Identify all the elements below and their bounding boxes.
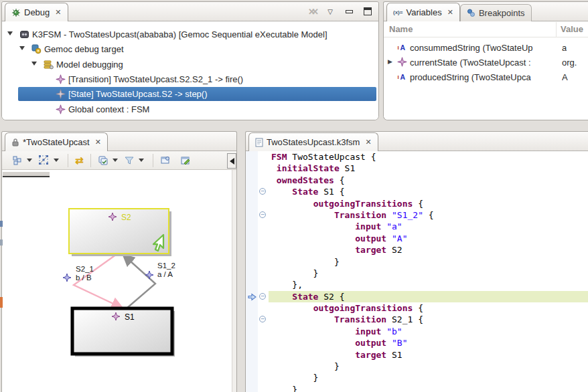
dropdown-caret-icon[interactable] [139,159,144,162]
fold-ruler[interactable] [258,151,269,163]
annotation-ruler[interactable] [246,337,258,349]
code-line[interactable]: } [246,361,588,372]
debug-tree-row[interactable]: Global context : FSM [2,102,378,117]
code-line[interactable]: target S2 [246,244,588,256]
filter-icon[interactable] [122,153,137,168]
annotation-ruler[interactable] [246,384,258,392]
annotation-ruler[interactable] [246,268,258,279]
code-area[interactable]: FSM TwoStateUpcast { initialState S1 own… [246,151,588,392]
annotation-ruler[interactable] [246,186,258,197]
dropdown-caret-icon[interactable] [54,159,59,162]
annotation-ruler[interactable] [246,163,258,174]
palette-strip[interactable] [232,170,236,392]
tab-variables[interactable]: (x)= Variables ✕ [386,3,460,21]
dropdown-caret-icon[interactable] [113,159,118,162]
code-line[interactable]: ownedStates { [246,175,588,186]
code-line[interactable]: − Transition "S1_2" { [246,209,588,221]
annotation-ruler[interactable] [246,372,258,383]
variable-row[interactable]: IAconsummedString (TwoStateUpa [384,41,588,56]
layers-icon[interactable] [96,153,111,168]
fold-ruler[interactable] [258,279,269,290]
fold-ruler[interactable]: − [258,186,269,197]
remove-all-terminated-icon[interactable]: ✕✕ [305,5,318,17]
fold-collapse-icon[interactable]: − [259,188,266,195]
close-icon[interactable]: ✕ [55,8,61,17]
code-line[interactable]: }, [246,279,588,290]
code-line[interactable]: output "B" [246,337,588,349]
code-line[interactable]: initialState S1 [246,163,588,174]
diagram-canvas[interactable]: S2_1b / BS1_2a / AS2S1 [2,170,236,392]
code-line[interactable]: input "b" [246,326,588,337]
annotation-ruler[interactable] [246,302,258,314]
fold-ruler[interactable] [258,349,269,361]
transition-S1_2[interactable]: S1_2a / A [123,254,175,308]
annotation-ruler[interactable] [246,349,258,361]
annotation-ruler[interactable] [246,221,258,232]
annotation-ruler[interactable] [246,279,258,290]
fold-ruler[interactable]: − [258,314,269,325]
annotation-ruler[interactable] [246,233,258,244]
fold-ruler[interactable] [258,198,269,209]
fsm-diagram[interactable]: S2_1b / BS1_2a / AS2S1 [2,170,232,392]
fold-ruler[interactable] [258,384,269,392]
code-line[interactable]: target S1 [246,349,588,361]
fold-ruler[interactable]: − [258,291,269,302]
close-icon[interactable]: ✕ [95,138,101,146]
fold-ruler[interactable] [258,244,269,256]
annotation-ruler[interactable] [246,151,258,163]
fold-ruler[interactable] [258,163,269,174]
annotation-ruler[interactable] [246,244,258,256]
annotation-ruler[interactable] [246,198,258,209]
annotation-ruler[interactable] [246,314,258,325]
expand-arrow-icon[interactable] [19,46,25,50]
snapshot-icon[interactable] [158,153,173,168]
fold-ruler[interactable] [258,233,269,244]
code-line[interactable]: } [246,268,588,279]
code-line[interactable]: } [246,384,588,392]
tab-twostateupcast-diagram[interactable]: *TwoStateUpcast ✕ [5,132,108,151]
fold-collapse-icon[interactable]: − [259,211,266,218]
expand-arrow-icon[interactable] [31,62,37,66]
fold-ruler[interactable] [258,302,269,314]
minimize-icon[interactable] [342,5,356,17]
annotation-ruler[interactable] [246,291,258,302]
variable-row[interactable]: ▶currentState (TwoStateUpcast :org. [384,56,588,70]
code-line[interactable]: − State S2 { [246,291,588,302]
tab-k3fsm-file[interactable]: TwoStatesUpcast.k3fsm ✕ [248,132,378,151]
fold-collapse-icon[interactable]: − [259,293,266,300]
expand-arrow-icon[interactable]: ▶ [388,58,392,65]
code-line[interactable]: − State S1 { [246,186,588,197]
variables-table-header[interactable]: Name Value [384,22,588,37]
code-line[interactable]: FSM TwoStateUpcast { [246,151,588,163]
annotation-ruler[interactable] [246,175,258,186]
annotation-ruler[interactable] [246,256,258,268]
code-line[interactable]: outgoingTransitions { [246,302,588,314]
maximize-icon[interactable] [361,5,374,17]
export-diagram-icon[interactable] [178,153,193,168]
fold-ruler[interactable]: − [258,209,269,221]
tab-debug[interactable]: Debug ✕ [5,3,68,21]
state-S1[interactable]: S1 [72,308,175,357]
close-icon[interactable]: ✕ [447,8,453,17]
view-menu-icon[interactable]: ▽ [323,5,337,17]
debug-tree-row[interactable]: Gemoc debug target [2,42,378,57]
fold-ruler[interactable] [258,268,269,279]
dropdown-caret-icon[interactable] [27,159,32,162]
expand-arrow-icon[interactable] [7,31,13,35]
code-line[interactable]: } [246,372,588,383]
collapse-palette-icon[interactable] [227,153,236,169]
debug-tree-row[interactable]: K3FSM - TwoStatesUpcast(abababa) [Gemoc … [2,27,378,42]
close-icon[interactable]: ✕ [365,138,371,146]
code-line[interactable]: − Transition S2_1 { [246,314,588,325]
annotation-ruler[interactable] [246,326,258,337]
variable-row[interactable]: IAproducedString (TwoStateUpcaA [384,70,588,85]
fold-ruler[interactable] [258,372,269,383]
code-line[interactable]: } [246,256,588,268]
fold-ruler[interactable] [258,175,269,186]
fold-collapse-icon[interactable]: − [259,316,266,322]
fold-ruler[interactable] [258,256,269,268]
code-line[interactable]: input "a" [246,221,588,232]
fold-ruler[interactable] [258,326,269,337]
debug-tree-row[interactable]: Model debugging [2,58,378,72]
fold-ruler[interactable] [258,221,269,232]
